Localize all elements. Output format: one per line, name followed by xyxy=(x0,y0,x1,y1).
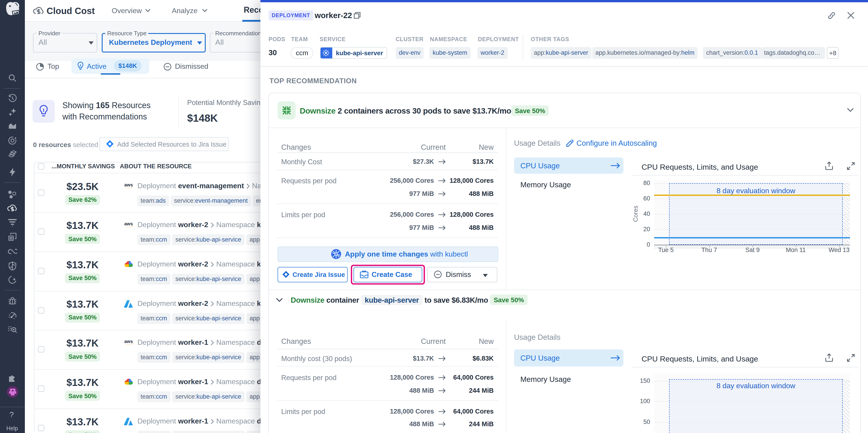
svg-text:aws: aws xyxy=(124,221,133,226)
svg-text:aws: aws xyxy=(124,339,133,344)
svg-text:aws: aws xyxy=(124,182,133,187)
